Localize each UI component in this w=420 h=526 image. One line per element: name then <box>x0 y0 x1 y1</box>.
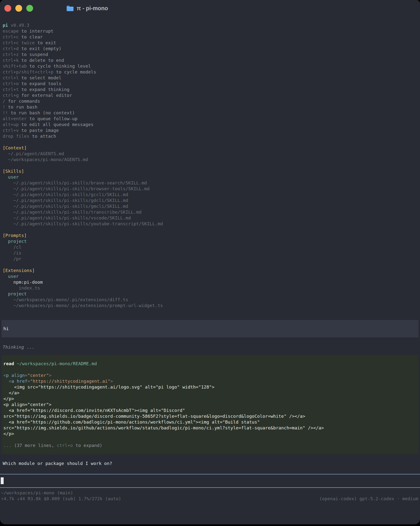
tool-name: read <box>3 361 14 366</box>
shortcut-line: drop files to attach <box>3 133 417 139</box>
code-line: </p> <box>3 431 417 437</box>
shortcut-line: ctrl+z to suspend <box>3 51 417 57</box>
app-name: pi <box>3 23 8 28</box>
app-banner: pi v0.49.3 <box>3 22 417 28</box>
tool-call-header: read ~/workspaces/pi-mono/README.md <box>3 361 417 367</box>
shortcut-line: escape to interrupt <box>3 28 417 34</box>
code-line: <p align="center"> <box>3 402 417 407</box>
section: [Skills] user ~/.pi/agent/skills/pi-skil… <box>3 168 417 227</box>
model-indicator: (openai-codex) gpt-5.2-codex · medium <box>319 496 418 502</box>
expand-hint: ... (37 more lines, ctrl+o to expand) <box>3 443 417 448</box>
section-title: [Extensions] <box>3 268 417 273</box>
section-line: /pr <box>3 256 417 262</box>
section-line: /is <box>3 250 417 256</box>
section-line: project <box>3 238 417 244</box>
tool-call-box: read ~/workspaces/pi-mono/README.md <p a… <box>1 355 419 454</box>
code-line: <a href="https://shittycodingagent.ai"> <box>3 378 417 384</box>
shortcut-line: alt+enter to queue follow-up <box>3 116 417 122</box>
section: [Prompts] project /cl /is /pr <box>3 233 417 262</box>
section-line: ~/workspaces/pi-mono/AGENTS.md <box>3 157 417 162</box>
shortcut-line: / for commands <box>3 98 417 104</box>
shortcut-line: ctrl+d to exit (empty) <box>3 46 417 51</box>
prompt-input[interactable] <box>0 474 420 488</box>
thinking-indicator: Thinking ... <box>3 344 420 350</box>
section-line: ~/.pi/agent/AGENTS.md <box>3 151 417 157</box>
screen: π - pi-mono pi v0.49.3 escape to interru… <box>0 0 420 526</box>
shortcut-line: ctrl+t to expand thinking <box>3 87 417 92</box>
close-button[interactable] <box>4 5 11 12</box>
code-line: src="https://img.shields.io/github/actio… <box>3 425 417 431</box>
section-line: user <box>3 273 417 279</box>
section-line: ~/.pi/agent/skills/pi-skills/youtube-tra… <box>3 221 417 227</box>
zoom-button[interactable] <box>26 5 33 12</box>
shortcut-line: ctrl+p/shift+ctrl+p to cycle models <box>3 69 417 75</box>
startup-sections: [Context] ~/.pi/agent/AGENTS.md ~/worksp… <box>3 145 417 308</box>
section-line: ~/workspaces/pi-mono/.pi/extensions/diff… <box>3 297 417 303</box>
section-line: ~/.pi/agent/skills/pi-skills/gccli/SKILL… <box>3 192 417 198</box>
shortcut-line: ctrl+v to paste image <box>3 128 417 133</box>
shortcut-line: ctrl+g for external editor <box>3 92 417 98</box>
assistant-message-text: Which module or package should I work on… <box>3 461 420 466</box>
shortcuts-list: escape to interruptctrl+c to clearctrl+c… <box>3 28 417 139</box>
folder-icon <box>66 5 74 11</box>
code-line: <a href="https://discord.com/invite/nKXT… <box>3 407 417 413</box>
section-line: project <box>3 291 417 297</box>
session-header: pi v0.49.3 escape to interruptctrl+c to … <box>0 17 420 308</box>
section-title: [Context] <box>3 145 417 151</box>
window-title: π - pi-mono <box>77 5 108 11</box>
section-line: /cl <box>3 244 417 250</box>
shortcut-line: ctrl+c twice to exit <box>3 40 417 46</box>
section-title: [Skills] <box>3 168 417 174</box>
section-line: ~/workspaces/pi-mono/.pi/extensions/prom… <box>3 303 417 308</box>
code-line: <img src="https://shittycodingagent.ai/l… <box>3 384 417 390</box>
section-line: ~/.pi/agent/skills/pi-skills/browser-too… <box>3 186 417 192</box>
app-version: v0.49.3 <box>11 23 30 28</box>
code-line: <a href="https://github.com/badlogic/pi-… <box>3 419 417 425</box>
section: [Context] ~/.pi/agent/AGENTS.md ~/worksp… <box>3 145 417 162</box>
minimize-button[interactable] <box>15 5 22 12</box>
code-line: </a> <box>3 390 417 396</box>
shortcut-line: ctrl+o to expand tools <box>3 81 417 87</box>
cwd-branch: ~/workspaces/pi-mono (main) <box>1 490 73 496</box>
code-line: src="https://img.shields.io/badge/discor… <box>3 413 417 419</box>
shortcut-line: alt+up to edit all queued messages <box>3 122 417 128</box>
tool-output-code: <p align="center"> <a href="https://shit… <box>3 373 417 437</box>
section-line: index.ts <box>3 285 417 291</box>
user-message-text: hi <box>3 326 417 332</box>
text-cursor <box>1 477 4 484</box>
code-line: <p align="center"> <box>3 373 417 378</box>
section-line: ~/.pi/agent/skills/pi-skills/gdcli/SKILL… <box>3 198 417 203</box>
section-line: ~/.pi/agent/skills/pi-skills/vscode/SKIL… <box>3 215 417 221</box>
token-stats: ↑4.7k ↓44 R3.8k $0.009 (sub) 1.7%/272k (… <box>1 496 121 502</box>
shortcut-line: ctrl+c to clear <box>3 34 417 40</box>
section-line: ~/.pi/agent/skills/pi-skills/gmcli/SKILL… <box>3 203 417 209</box>
shortcut-line: shift+tab to cycle thinking level <box>3 63 417 69</box>
code-line: </p> <box>3 396 417 402</box>
section-line: npm:pi-doom <box>3 279 417 285</box>
user-message-box: hi <box>1 320 419 337</box>
tool-arg: ~/workspaces/pi-mono/README.md <box>17 361 97 366</box>
terminal-window: π - pi-mono pi v0.49.3 escape to interru… <box>0 0 420 524</box>
section: [Extensions] user npm:pi-doom index.ts p… <box>3 268 417 308</box>
section-line: ~/.pi/agent/skills/pi-skills/brave-searc… <box>3 180 417 186</box>
shortcut-line: !! to run bash (no context) <box>3 110 417 116</box>
section-line: ~/.pi/agent/skills/pi-skills/transcribe/… <box>3 209 417 215</box>
section-title: [Prompts] <box>3 233 417 238</box>
status-bar: ~/workspaces/pi-mono (main) ↑4.7k ↓44 R3… <box>0 490 420 502</box>
shortcut-line: ctrl+l to select model <box>3 75 417 81</box>
shortcut-line: ! to run bash <box>3 104 417 110</box>
section-line: user <box>3 174 417 180</box>
titlebar: π - pi-mono <box>0 0 420 17</box>
shortcut-line: ctrl+k to delete to end <box>3 57 417 63</box>
